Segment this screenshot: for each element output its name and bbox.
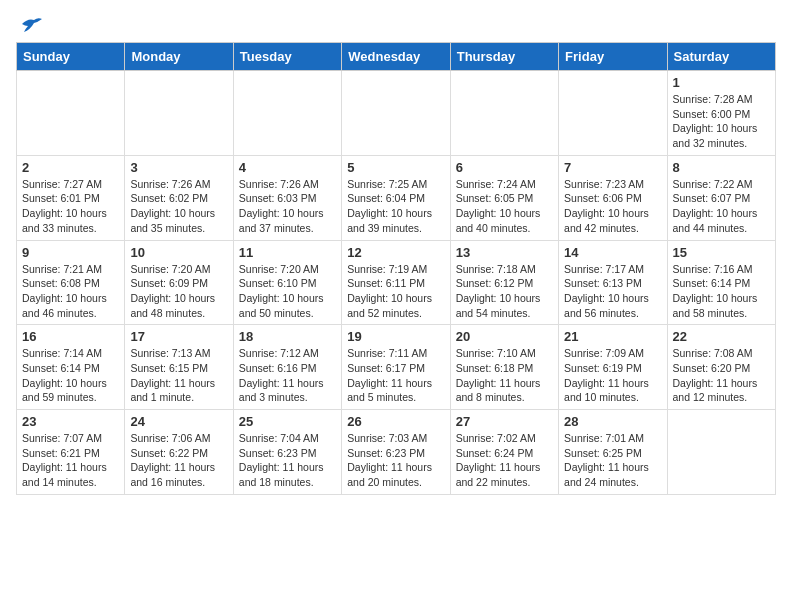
day-info: Sunrise: 7:02 AM Sunset: 6:24 PM Dayligh… [456, 431, 553, 490]
day-number: 28 [564, 414, 661, 429]
day-info: Sunrise: 7:20 AM Sunset: 6:09 PM Dayligh… [130, 262, 227, 321]
day-number: 21 [564, 329, 661, 344]
day-info: Sunrise: 7:09 AM Sunset: 6:19 PM Dayligh… [564, 346, 661, 405]
day-info: Sunrise: 7:24 AM Sunset: 6:05 PM Dayligh… [456, 177, 553, 236]
day-info: Sunrise: 7:06 AM Sunset: 6:22 PM Dayligh… [130, 431, 227, 490]
calendar-cell: 18Sunrise: 7:12 AM Sunset: 6:16 PM Dayli… [233, 325, 341, 410]
weekday-header: Friday [559, 43, 667, 71]
day-info: Sunrise: 7:17 AM Sunset: 6:13 PM Dayligh… [564, 262, 661, 321]
day-info: Sunrise: 7:01 AM Sunset: 6:25 PM Dayligh… [564, 431, 661, 490]
day-info: Sunrise: 7:21 AM Sunset: 6:08 PM Dayligh… [22, 262, 119, 321]
calendar-cell: 6Sunrise: 7:24 AM Sunset: 6:05 PM Daylig… [450, 155, 558, 240]
calendar-cell: 16Sunrise: 7:14 AM Sunset: 6:14 PM Dayli… [17, 325, 125, 410]
day-number: 22 [673, 329, 770, 344]
calendar-table: SundayMondayTuesdayWednesdayThursdayFrid… [16, 42, 776, 495]
day-number: 13 [456, 245, 553, 260]
calendar-cell: 19Sunrise: 7:11 AM Sunset: 6:17 PM Dayli… [342, 325, 450, 410]
calendar-cell [667, 410, 775, 495]
calendar-week-row: 1Sunrise: 7:28 AM Sunset: 6:00 PM Daylig… [17, 71, 776, 156]
calendar-header-row: SundayMondayTuesdayWednesdayThursdayFrid… [17, 43, 776, 71]
day-number: 26 [347, 414, 444, 429]
calendar-cell [233, 71, 341, 156]
calendar-cell: 7Sunrise: 7:23 AM Sunset: 6:06 PM Daylig… [559, 155, 667, 240]
calendar-cell [559, 71, 667, 156]
calendar-cell: 13Sunrise: 7:18 AM Sunset: 6:12 PM Dayli… [450, 240, 558, 325]
day-info: Sunrise: 7:22 AM Sunset: 6:07 PM Dayligh… [673, 177, 770, 236]
calendar-cell: 27Sunrise: 7:02 AM Sunset: 6:24 PM Dayli… [450, 410, 558, 495]
day-info: Sunrise: 7:19 AM Sunset: 6:11 PM Dayligh… [347, 262, 444, 321]
day-number: 7 [564, 160, 661, 175]
day-info: Sunrise: 7:27 AM Sunset: 6:01 PM Dayligh… [22, 177, 119, 236]
calendar-cell: 22Sunrise: 7:08 AM Sunset: 6:20 PM Dayli… [667, 325, 775, 410]
calendar-cell: 4Sunrise: 7:26 AM Sunset: 6:03 PM Daylig… [233, 155, 341, 240]
weekday-header: Saturday [667, 43, 775, 71]
calendar-cell: 17Sunrise: 7:13 AM Sunset: 6:15 PM Dayli… [125, 325, 233, 410]
calendar-cell: 1Sunrise: 7:28 AM Sunset: 6:00 PM Daylig… [667, 71, 775, 156]
day-info: Sunrise: 7:03 AM Sunset: 6:23 PM Dayligh… [347, 431, 444, 490]
calendar-week-row: 9Sunrise: 7:21 AM Sunset: 6:08 PM Daylig… [17, 240, 776, 325]
calendar-cell [342, 71, 450, 156]
day-info: Sunrise: 7:16 AM Sunset: 6:14 PM Dayligh… [673, 262, 770, 321]
calendar-cell: 20Sunrise: 7:10 AM Sunset: 6:18 PM Dayli… [450, 325, 558, 410]
day-info: Sunrise: 7:14 AM Sunset: 6:14 PM Dayligh… [22, 346, 119, 405]
day-number: 20 [456, 329, 553, 344]
calendar-week-row: 16Sunrise: 7:14 AM Sunset: 6:14 PM Dayli… [17, 325, 776, 410]
calendar-cell: 12Sunrise: 7:19 AM Sunset: 6:11 PM Dayli… [342, 240, 450, 325]
day-number: 4 [239, 160, 336, 175]
day-number: 9 [22, 245, 119, 260]
calendar-cell: 21Sunrise: 7:09 AM Sunset: 6:19 PM Dayli… [559, 325, 667, 410]
day-number: 11 [239, 245, 336, 260]
weekday-header: Thursday [450, 43, 558, 71]
day-number: 10 [130, 245, 227, 260]
day-number: 25 [239, 414, 336, 429]
calendar-cell: 28Sunrise: 7:01 AM Sunset: 6:25 PM Dayli… [559, 410, 667, 495]
day-number: 8 [673, 160, 770, 175]
day-number: 23 [22, 414, 119, 429]
day-number: 3 [130, 160, 227, 175]
day-number: 18 [239, 329, 336, 344]
day-info: Sunrise: 7:23 AM Sunset: 6:06 PM Dayligh… [564, 177, 661, 236]
day-number: 6 [456, 160, 553, 175]
calendar-cell: 15Sunrise: 7:16 AM Sunset: 6:14 PM Dayli… [667, 240, 775, 325]
logo-bird-icon [20, 16, 42, 34]
day-number: 17 [130, 329, 227, 344]
day-number: 14 [564, 245, 661, 260]
day-number: 12 [347, 245, 444, 260]
calendar-cell: 23Sunrise: 7:07 AM Sunset: 6:21 PM Dayli… [17, 410, 125, 495]
calendar-cell: 2Sunrise: 7:27 AM Sunset: 6:01 PM Daylig… [17, 155, 125, 240]
day-number: 15 [673, 245, 770, 260]
calendar-cell: 26Sunrise: 7:03 AM Sunset: 6:23 PM Dayli… [342, 410, 450, 495]
day-info: Sunrise: 7:26 AM Sunset: 6:02 PM Dayligh… [130, 177, 227, 236]
day-info: Sunrise: 7:04 AM Sunset: 6:23 PM Dayligh… [239, 431, 336, 490]
calendar-cell: 10Sunrise: 7:20 AM Sunset: 6:09 PM Dayli… [125, 240, 233, 325]
day-info: Sunrise: 7:07 AM Sunset: 6:21 PM Dayligh… [22, 431, 119, 490]
day-info: Sunrise: 7:18 AM Sunset: 6:12 PM Dayligh… [456, 262, 553, 321]
calendar-cell: 11Sunrise: 7:20 AM Sunset: 6:10 PM Dayli… [233, 240, 341, 325]
day-info: Sunrise: 7:25 AM Sunset: 6:04 PM Dayligh… [347, 177, 444, 236]
calendar-cell: 25Sunrise: 7:04 AM Sunset: 6:23 PM Dayli… [233, 410, 341, 495]
day-info: Sunrise: 7:28 AM Sunset: 6:00 PM Dayligh… [673, 92, 770, 151]
day-number: 16 [22, 329, 119, 344]
calendar-cell: 8Sunrise: 7:22 AM Sunset: 6:07 PM Daylig… [667, 155, 775, 240]
calendar-cell: 5Sunrise: 7:25 AM Sunset: 6:04 PM Daylig… [342, 155, 450, 240]
page-header [16, 16, 776, 32]
calendar-cell: 3Sunrise: 7:26 AM Sunset: 6:02 PM Daylig… [125, 155, 233, 240]
day-info: Sunrise: 7:08 AM Sunset: 6:20 PM Dayligh… [673, 346, 770, 405]
calendar-week-row: 2Sunrise: 7:27 AM Sunset: 6:01 PM Daylig… [17, 155, 776, 240]
day-number: 19 [347, 329, 444, 344]
day-info: Sunrise: 7:20 AM Sunset: 6:10 PM Dayligh… [239, 262, 336, 321]
calendar-cell: 9Sunrise: 7:21 AM Sunset: 6:08 PM Daylig… [17, 240, 125, 325]
day-number: 24 [130, 414, 227, 429]
day-number: 2 [22, 160, 119, 175]
calendar-cell [125, 71, 233, 156]
calendar-cell [450, 71, 558, 156]
day-info: Sunrise: 7:13 AM Sunset: 6:15 PM Dayligh… [130, 346, 227, 405]
calendar-cell: 14Sunrise: 7:17 AM Sunset: 6:13 PM Dayli… [559, 240, 667, 325]
weekday-header: Sunday [17, 43, 125, 71]
day-number: 5 [347, 160, 444, 175]
day-info: Sunrise: 7:11 AM Sunset: 6:17 PM Dayligh… [347, 346, 444, 405]
day-number: 1 [673, 75, 770, 90]
day-number: 27 [456, 414, 553, 429]
day-info: Sunrise: 7:10 AM Sunset: 6:18 PM Dayligh… [456, 346, 553, 405]
calendar-cell [17, 71, 125, 156]
